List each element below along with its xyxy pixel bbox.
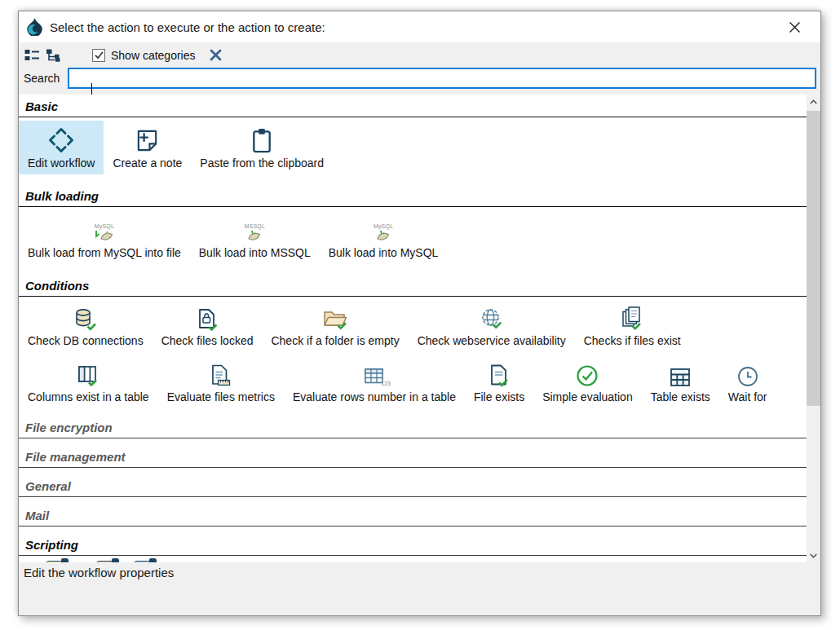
files-exist-check-icon bbox=[621, 305, 643, 331]
columns-exist-icon bbox=[77, 361, 99, 387]
category-header[interactable]: Mail bbox=[19, 508, 807, 526]
hop-logo-icon bbox=[27, 18, 42, 36]
clear-filter-icon[interactable] bbox=[209, 48, 223, 62]
checkbox-box bbox=[92, 49, 105, 62]
dialog-title: Select the action to execute or the acti… bbox=[50, 20, 325, 34]
scroll-up-button[interactable] bbox=[807, 95, 820, 108]
action-item-edit-workflow[interactable]: Edit workflow bbox=[19, 121, 104, 174]
db-check-icon bbox=[74, 305, 96, 331]
action-item-evaluate-rows-number[interactable]: 123 Evaluate rows number in a table bbox=[284, 356, 465, 408]
simple-evaluation-icon bbox=[576, 361, 599, 387]
close-button[interactable] bbox=[786, 19, 802, 35]
action-item-bulk-mysql-file[interactable]: MySQL Bulk load from MySQL into file bbox=[19, 210, 190, 264]
wait-clock-icon bbox=[737, 361, 758, 387]
action-item-check-files-locked[interactable]: Check files locked bbox=[153, 300, 263, 352]
category-file-encryption: File encryption bbox=[19, 420, 807, 438]
action-item-columns-exist[interactable]: Columns exist in a table bbox=[19, 356, 158, 408]
file-metrics-icon bbox=[210, 361, 231, 387]
category-conditions: Conditions Check DB connections bbox=[19, 278, 807, 409]
action-item-paste-clipboard[interactable]: Paste from the clipboard bbox=[191, 121, 333, 174]
category-file-management: File management bbox=[19, 449, 807, 468]
file-lock-check-icon bbox=[197, 305, 218, 331]
table-exists-icon bbox=[670, 361, 691, 387]
category-basic: Basic Edit workflow bbox=[19, 99, 807, 175]
file-exists-icon bbox=[489, 361, 510, 387]
category-header[interactable]: Scripting bbox=[19, 537, 807, 556]
category-header[interactable]: Basic bbox=[19, 99, 807, 117]
vertical-scrollbar[interactable] bbox=[807, 95, 820, 562]
title-bar: Select the action to execute or the acti… bbox=[19, 11, 820, 42]
category-bulk-loading: Bulk loading MySQL Bulk load from MySQL … bbox=[19, 188, 807, 265]
show-categories-checkbox[interactable]: Show categories bbox=[92, 49, 196, 62]
chevron-down-icon bbox=[810, 553, 817, 558]
action-item-bulk-into-mysql[interactable]: MySQL Bulk load into MySQL bbox=[320, 210, 448, 264]
status-bar: Edit the workflow properties bbox=[19, 562, 820, 615]
category-header[interactable]: File management bbox=[19, 449, 807, 468]
tree-view-icon[interactable] bbox=[43, 46, 63, 65]
mysql-bulk-in-icon: MySQL bbox=[374, 215, 393, 243]
category-mail: Mail bbox=[19, 508, 807, 526]
action-item-check-folder-empty[interactable]: Check if a folder is empty bbox=[262, 300, 408, 352]
mssql-bulk-in-icon: MSSQL bbox=[245, 215, 266, 243]
action-item-simple-evaluation[interactable]: Simple evaluation bbox=[533, 356, 642, 408]
category-header[interactable]: Conditions bbox=[19, 278, 807, 297]
action-item-bulk-into-mssql[interactable]: MSSQL Bulk load into MSSQL bbox=[190, 210, 320, 264]
action-item-checks-files-exist[interactable]: Checks if files exist bbox=[575, 300, 690, 352]
search-label: Search bbox=[24, 72, 68, 85]
action-item-file-exists[interactable]: File exists bbox=[465, 356, 533, 408]
folder-check-icon bbox=[323, 305, 348, 331]
create-note-icon bbox=[135, 126, 160, 153]
scroll-down-button[interactable] bbox=[807, 548, 820, 562]
scrollbar-thumb[interactable] bbox=[807, 111, 820, 406]
toolbar: Show categories bbox=[19, 42, 820, 68]
close-icon bbox=[788, 20, 802, 34]
action-item-check-db-connections[interactable]: Check DB connections bbox=[19, 300, 153, 352]
category-general: General bbox=[19, 478, 807, 497]
category-scripting: Scripting JS > SQL bbox=[19, 537, 807, 562]
action-list: Basic Edit workflow bbox=[19, 95, 820, 562]
action-item-wait-for[interactable]: Wait for bbox=[719, 356, 776, 408]
category-header[interactable]: General bbox=[19, 478, 807, 497]
category-header[interactable]: Bulk loading bbox=[19, 188, 807, 207]
list-view-icon[interactable] bbox=[22, 46, 42, 65]
show-categories-label: Show categories bbox=[111, 49, 196, 62]
edit-workflow-icon bbox=[48, 126, 74, 153]
search-input[interactable] bbox=[68, 68, 816, 89]
chevron-up-icon bbox=[810, 99, 817, 104]
action-select-dialog: Select the action to execute or the acti… bbox=[18, 11, 821, 616]
action-item-create-note[interactable]: Create a note bbox=[104, 121, 191, 174]
search-row: Search bbox=[19, 68, 820, 95]
webservice-check-icon bbox=[480, 305, 503, 331]
mysql-bulk-out-icon: MySQL bbox=[95, 215, 114, 243]
action-item-table-exists[interactable]: Table exists bbox=[642, 356, 719, 408]
category-header[interactable]: File encryption bbox=[19, 420, 807, 438]
paste-clipboard-icon bbox=[250, 126, 273, 153]
action-item-evaluate-files-metrics[interactable]: Evaluate files metrics bbox=[158, 356, 284, 408]
checkmark-icon bbox=[95, 51, 104, 59]
status-text: Edit the workflow properties bbox=[24, 566, 174, 579]
action-item-check-webservice[interactable]: Check webservice availability bbox=[409, 300, 575, 352]
table-rows-count-icon: 123 bbox=[364, 361, 385, 387]
